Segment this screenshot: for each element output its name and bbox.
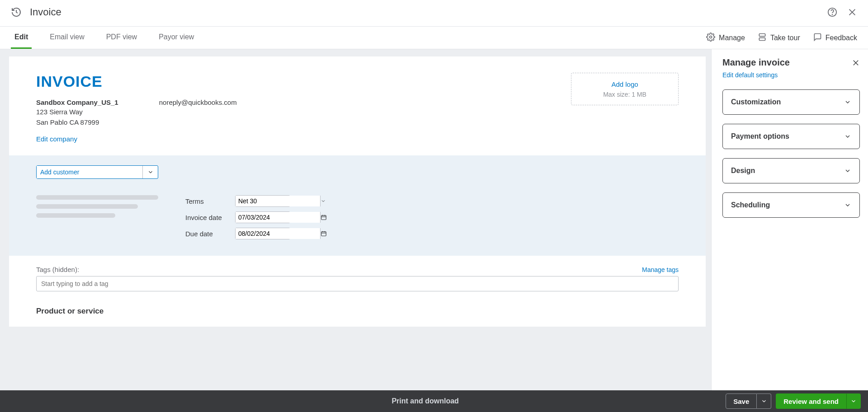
svg-point-4 bbox=[710, 36, 712, 38]
accordion-title: Design bbox=[731, 167, 755, 175]
tab-payor-view[interactable]: Payor view bbox=[155, 27, 198, 49]
svg-point-1 bbox=[832, 14, 833, 15]
editor-scroll[interactable]: INVOICE Sandbox Company_US_1 123 Sierra … bbox=[0, 49, 711, 390]
customer-dropdown-toggle[interactable] bbox=[142, 166, 158, 178]
tab-email-view[interactable]: Email view bbox=[46, 27, 88, 49]
svg-rect-5 bbox=[759, 33, 765, 36]
chevron-down-icon bbox=[844, 201, 851, 209]
chevron-down-icon bbox=[147, 169, 154, 175]
manage-action[interactable]: Manage bbox=[706, 33, 745, 43]
terms-input[interactable] bbox=[236, 196, 320, 206]
tab-pdf-view[interactable]: PDF view bbox=[103, 27, 141, 49]
feedback-icon bbox=[813, 33, 822, 43]
chevron-down-icon bbox=[844, 98, 851, 106]
feedback-label: Feedback bbox=[826, 34, 857, 42]
tab-bar: Edit Email view PDF view Payor view Mana… bbox=[0, 27, 868, 49]
calendar-icon bbox=[321, 230, 327, 237]
chevron-down-icon bbox=[761, 398, 767, 404]
chevron-down-icon bbox=[850, 398, 857, 404]
save-dropdown-toggle[interactable] bbox=[757, 393, 771, 409]
invoice-date-label: Invoice date bbox=[185, 214, 226, 221]
svg-rect-6 bbox=[759, 37, 765, 40]
history-icon[interactable] bbox=[11, 7, 22, 18]
svg-rect-11 bbox=[321, 232, 326, 236]
invoice-date-input[interactable] bbox=[236, 212, 320, 223]
logo-dropzone[interactable]: Add logo Max size: 1 MB bbox=[571, 73, 679, 105]
save-button[interactable]: Save bbox=[726, 393, 757, 409]
print-download-button[interactable]: Print and download bbox=[125, 397, 726, 405]
customer-section: Terms Invoice date bbox=[9, 155, 706, 256]
tour-label: Take tour bbox=[770, 34, 800, 42]
accordion-design[interactable]: Design bbox=[722, 158, 860, 183]
svg-rect-7 bbox=[321, 215, 326, 220]
side-panel-title: Manage invoice bbox=[722, 57, 790, 68]
chevron-down-icon bbox=[321, 198, 326, 204]
manage-tags-link[interactable]: Manage tags bbox=[642, 266, 679, 273]
edit-default-settings-link[interactable]: Edit default settings bbox=[722, 71, 778, 79]
accordion-scheduling[interactable]: Scheduling bbox=[722, 192, 860, 218]
invoice-date-picker-toggle[interactable] bbox=[320, 212, 327, 223]
review-dropdown-toggle[interactable] bbox=[846, 393, 861, 409]
accordion-customization[interactable]: Customization bbox=[722, 89, 860, 115]
tour-icon bbox=[758, 33, 767, 43]
side-close-icon[interactable] bbox=[852, 59, 860, 67]
manage-label: Manage bbox=[719, 34, 745, 42]
add-logo-link[interactable]: Add logo bbox=[611, 80, 638, 88]
terms-dropdown-toggle[interactable] bbox=[320, 196, 326, 206]
company-name: Sandbox Company_US_1 bbox=[36, 98, 118, 106]
top-header: Invoice bbox=[0, 0, 868, 27]
due-date-label: Due date bbox=[185, 230, 226, 238]
accordion-title: Scheduling bbox=[731, 201, 770, 209]
due-date-field[interactable] bbox=[235, 228, 290, 239]
review-send-button[interactable]: Review and send bbox=[776, 393, 846, 409]
company-section: INVOICE Sandbox Company_US_1 123 Sierra … bbox=[9, 56, 706, 155]
terms-field[interactable] bbox=[235, 195, 290, 207]
terms-label: Terms bbox=[185, 197, 226, 205]
company-addr1: 123 Sierra Way bbox=[36, 107, 118, 117]
take-tour-action[interactable]: Take tour bbox=[758, 33, 800, 43]
due-date-input[interactable] bbox=[236, 228, 320, 239]
company-email: noreply@quickbooks.com bbox=[159, 98, 237, 127]
edit-company-link[interactable]: Edit company bbox=[36, 135, 77, 143]
company-addr2: San Pablo CA 87999 bbox=[36, 117, 118, 127]
close-icon[interactable] bbox=[847, 7, 857, 17]
gear-icon bbox=[706, 33, 715, 43]
items-title: Product or service bbox=[36, 307, 679, 316]
accordion-title: Payment options bbox=[731, 132, 789, 140]
invoice-heading: INVOICE bbox=[36, 73, 237, 90]
customer-input[interactable] bbox=[37, 166, 142, 178]
chevron-down-icon bbox=[844, 133, 851, 140]
page-title: Invoice bbox=[30, 6, 61, 18]
bottom-bar: Print and download Save Review and send bbox=[0, 390, 868, 412]
feedback-action[interactable]: Feedback bbox=[813, 33, 857, 43]
customer-dropdown[interactable] bbox=[36, 165, 158, 179]
due-date-picker-toggle[interactable] bbox=[320, 228, 327, 239]
tags-label: Tags (hidden): bbox=[36, 266, 79, 273]
logo-hint: Max size: 1 MB bbox=[603, 91, 646, 98]
tags-input[interactable] bbox=[36, 276, 679, 291]
help-icon[interactable] bbox=[827, 7, 837, 17]
tags-section: Tags (hidden): Manage tags bbox=[9, 256, 706, 296]
side-panel: Manage invoice Edit default settings Cus… bbox=[711, 49, 868, 390]
calendar-icon bbox=[321, 214, 327, 220]
accordion-payment-options[interactable]: Payment options bbox=[722, 124, 860, 149]
invoice-date-field[interactable] bbox=[235, 211, 290, 223]
chevron-down-icon bbox=[844, 167, 851, 174]
items-section: Product or service bbox=[9, 296, 706, 327]
tab-edit[interactable]: Edit bbox=[11, 27, 32, 49]
billing-skeleton bbox=[36, 195, 163, 239]
accordion-title: Customization bbox=[731, 98, 781, 106]
